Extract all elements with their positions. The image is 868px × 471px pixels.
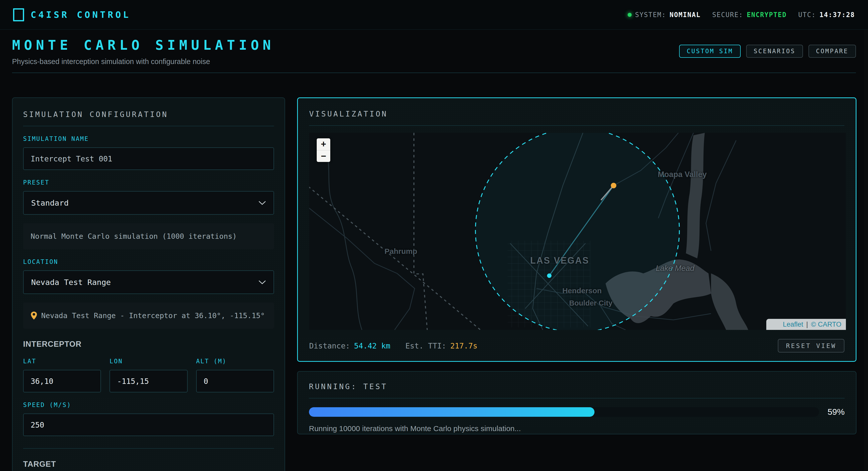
progress-divider	[309, 398, 845, 399]
interceptor-speed-input[interactable]	[23, 413, 274, 436]
progress-percent: 59%	[828, 407, 845, 417]
secure-status-value: ENCRYPTED	[747, 11, 786, 19]
config-panel-divider	[23, 126, 274, 126]
location-select-value: Nevada Test Range	[31, 278, 111, 287]
interceptor-marker[interactable]	[547, 274, 552, 278]
county-border	[414, 133, 427, 330]
attribution-separator: |	[806, 321, 808, 328]
target-section-divider	[23, 448, 274, 449]
sim-name-input[interactable]	[23, 147, 274, 170]
progress-title: RUNNING: TEST	[309, 382, 845, 391]
zoom-in-button[interactable]: +	[317, 138, 330, 150]
map-attribution: Leaflet | © CARTO	[766, 319, 846, 330]
progress-bar-track	[309, 407, 819, 417]
system-status: SYSTEM: NOMINAL	[628, 11, 701, 19]
system-status-dot-icon	[628, 13, 632, 17]
carto-link[interactable]: © CARTO	[811, 321, 841, 328]
utc-label: UTC:	[798, 11, 816, 19]
location-label: LOCATION	[23, 258, 274, 265]
preset-description-text: Normal Monte Carlo simulation (1000 iter…	[31, 232, 237, 241]
map-label-las-vegas: LAS VEGAS	[530, 255, 589, 266]
chevron-down-icon	[258, 200, 266, 205]
interceptor-speed-label: SPEED (M/S)	[23, 402, 274, 408]
sim-name-label: SIMULATION NAME	[23, 135, 274, 143]
map-zoom-control: + −	[317, 138, 330, 162]
distance-value: 54.42 km	[354, 341, 391, 350]
state-border	[309, 183, 485, 330]
header-tabs: CUSTOM SIM SCENARIOS COMPARE	[679, 45, 856, 58]
visualization-panel: VISUALIZATION	[297, 97, 857, 362]
tab-compare[interactable]: COMPARE	[808, 45, 856, 58]
location-description: Nevada Test Range - Interceptor at 36.10…	[23, 303, 274, 328]
zoom-out-button[interactable]: −	[317, 150, 330, 162]
header-divider	[12, 72, 856, 73]
page-subtitle: Physics-based interception simulation wi…	[12, 58, 275, 66]
lake-mead-east-arm	[711, 274, 748, 330]
lake-mead-overton-arm	[686, 133, 705, 258]
map[interactable]: LAS VEGAS Henderson Boulder City Lake Me…	[309, 133, 846, 330]
target-marker[interactable]	[611, 183, 616, 188]
map-label-pahrump: Pahrump	[384, 247, 417, 256]
map-stats-row: Distance: 54.42 km Est. TTI: 217.7s RESE…	[309, 339, 844, 352]
target-section-title: TARGET	[23, 460, 274, 469]
location-description-text: Nevada Test Range - Interceptor at 36.10…	[41, 311, 265, 320]
reset-view-button[interactable]: RESET VIEW	[778, 339, 844, 352]
brand-square-icon	[13, 8, 24, 21]
system-status-value: NOMINAL	[670, 11, 701, 19]
progress-fill	[309, 407, 594, 417]
tab-scenarios[interactable]: SCENARIOS	[746, 45, 803, 58]
map-river	[327, 153, 362, 330]
app-brand: C4ISR CONTROL	[13, 8, 131, 21]
interceptor-alt-input[interactable]	[196, 370, 274, 392]
status-group: SYSTEM: NOMINAL SECURE: ENCRYPTED UTC: 1…	[628, 11, 855, 19]
location-pin-icon	[31, 311, 37, 320]
visualization-divider	[309, 125, 844, 126]
visualization-title: VISUALIZATION	[309, 109, 844, 118]
interceptor-lat-label: LAT	[23, 358, 101, 365]
interceptor-lon-input[interactable]	[110, 370, 187, 392]
interceptor-section-title: INTERCEPTOR	[23, 340, 274, 349]
preset-label: PRESET	[23, 179, 274, 186]
config-panel-title: SIMULATION CONFIGURATION	[23, 110, 274, 119]
map-label-boulder-city: Boulder City	[569, 299, 612, 307]
topbar: C4ISR CONTROL SYSTEM: NOMINAL SECURE: EN…	[0, 0, 868, 30]
system-status-label: SYSTEM:	[635, 11, 666, 19]
page-scrollbar[interactable]	[864, 30, 868, 471]
map-label-henderson: Henderson	[562, 286, 602, 295]
location-select[interactable]: Nevada Test Range	[23, 271, 274, 294]
brand-title: C4ISR CONTROL	[31, 9, 131, 20]
interceptor-lat-input[interactable]	[23, 370, 101, 392]
page-header: MONTE CARLO SIMULATION Physics-based int…	[12, 37, 275, 66]
ukraine-flag-icon	[771, 321, 780, 327]
page-title: MONTE CARLO SIMULATION	[12, 37, 275, 53]
distance-label: Distance:	[309, 341, 350, 350]
chevron-down-icon	[258, 280, 266, 284]
simulation-config-panel: SIMULATION CONFIGURATION SIMULATION NAME…	[12, 97, 285, 471]
map-label-moapa-valley: Moapa Valley	[658, 170, 707, 179]
utc-value: 14:37:28	[819, 11, 855, 19]
preset-select[interactable]: Standard	[23, 191, 274, 215]
progress-status-text: Running 10000 iterations with Monte Carl…	[309, 424, 845, 433]
simulation-progress-panel: RUNNING: TEST 59% Running 10000 iteratio…	[297, 371, 857, 434]
utc-clock: UTC: 14:37:28	[798, 11, 855, 19]
preset-description: Normal Monte Carlo simulation (1000 iter…	[23, 223, 274, 249]
tti-label: Est. TTI:	[405, 341, 446, 350]
secure-status: SECURE: ENCRYPTED	[712, 11, 786, 19]
tti-value: 217.7s	[450, 341, 477, 350]
map-label-lake-mead: Lake Mead	[656, 264, 694, 273]
interceptor-alt-label: ALT (M)	[196, 358, 274, 365]
progress-row: 59%	[309, 407, 845, 417]
tab-custom-sim[interactable]: CUSTOM SIM	[679, 45, 741, 58]
preset-select-value: Standard	[31, 198, 68, 208]
interceptor-lon-label: LON	[110, 358, 187, 365]
leaflet-link[interactable]: Leaflet	[783, 321, 803, 328]
secure-status-label: SECURE:	[712, 11, 743, 19]
